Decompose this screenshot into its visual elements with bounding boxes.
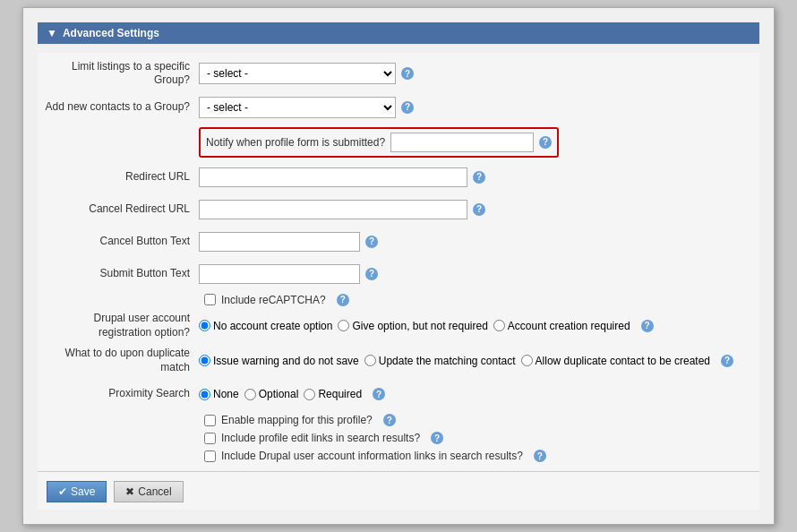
enable-mapping-label: Enable mapping for this profile? [221,414,373,426]
proximity-optional-label: Optional [259,388,299,400]
proximity-none-option[interactable]: None [199,388,239,400]
drupal-no-account-option[interactable]: No account create option [199,320,332,332]
proximity-required-option[interactable]: Required [304,388,362,400]
cancel-button-text-input[interactable] [199,232,360,252]
drupal-required-label: Account creation required [508,320,630,332]
recaptcha-help-icon[interactable]: ? [337,294,349,306]
duplicate-match-help-icon[interactable]: ? [721,355,733,367]
cancel-x-icon: ✖ [125,485,134,498]
drupal-no-account-label: No account create option [213,320,332,332]
form-divider [38,471,759,472]
proximity-required-radio[interactable] [304,389,315,400]
submit-button-text-field: ? [199,264,759,284]
submit-button-text-help-icon[interactable]: ? [365,268,378,280]
duplicate-allow-radio[interactable] [521,355,533,366]
cancel-redirect-url-label: Cancel Redirect URL [38,202,199,217]
redirect-url-row: Redirect URL ? [38,165,759,190]
duplicate-warn-option[interactable]: Issue warning and do not save [199,355,359,367]
duplicate-warn-label: Issue warning and do not save [213,355,359,367]
drupal-account-info-links-checkbox[interactable] [204,450,216,462]
duplicate-allow-option[interactable]: Allow duplicate contact to be created [521,355,710,367]
profile-edit-links-checkbox[interactable] [204,433,216,444]
save-checkmark-icon: ✔ [58,485,67,498]
drupal-required-radio[interactable] [493,320,505,331]
proximity-search-field: None Optional Required ? [199,388,759,400]
submit-button-text-label: Submit Button Text [38,267,199,281]
limit-group-help-icon[interactable]: ? [401,67,414,80]
save-button[interactable]: ✔ Save [47,481,107,502]
submit-button-text-row: Submit Button Text ? [38,262,759,287]
drupal-account-row: Drupal user account registration option?… [38,312,759,339]
drupal-account-info-links-label: Include Drupal user account information … [221,450,523,462]
cancel-label: Cancel [138,485,171,498]
drupal-required-option[interactable]: Account creation required [493,320,630,332]
enable-mapping-help-icon[interactable]: ? [383,414,396,426]
notify-help-icon[interactable]: ? [539,136,552,149]
drupal-account-help-icon[interactable]: ? [641,320,654,332]
cancel-button-text-label: Cancel Button Text [38,235,199,249]
redirect-url-input[interactable] [199,167,467,187]
add-contacts-help-icon[interactable]: ? [401,101,414,114]
cancel-redirect-url-input[interactable] [199,200,467,219]
drupal-account-label: Drupal user account registration option? [38,312,199,339]
proximity-none-label: None [213,388,239,400]
drupal-account-field: No account create option Give option, bu… [199,320,759,332]
cancel-button-text-field: ? [199,232,759,252]
proximity-search-radio-group: None Optional Required ? [199,388,385,400]
proximity-search-label: Proximity Search [38,387,199,401]
drupal-no-account-radio[interactable] [199,320,210,331]
cancel-button-text-help-icon[interactable]: ? [365,236,378,248]
recaptcha-row: Include reCAPTCHA? ? [204,294,759,306]
advanced-settings-panel: ▼ Advanced Settings Limit listings to a … [22,7,775,526]
proximity-optional-radio[interactable] [244,389,256,400]
duplicate-match-radio-group: Issue warning and do not save Update the… [199,355,733,367]
notify-field: Notify when profile form is submitted? ? [199,127,759,158]
proximity-search-help-icon[interactable]: ? [373,388,385,400]
drupal-give-option-label: Give option, but not required [352,320,487,332]
section-title: Advanced Settings [63,27,159,39]
proximity-none-radio[interactable] [199,389,210,400]
duplicate-warn-radio[interactable] [199,355,210,366]
redirect-url-field: ? [199,167,759,187]
limit-group-select[interactable]: - select - [199,63,396,84]
profile-edit-links-label: Include profile edit links in search res… [221,432,420,444]
form-area: Limit listings to a specific Group? - se… [38,53,759,511]
duplicate-match-label: What to do upon duplicate match [38,347,199,374]
section-toggle-icon[interactable]: ▼ [47,27,57,39]
limit-group-row: Limit listings to a specific Group? - se… [38,60,759,88]
duplicate-update-label: Update the matching contact [379,355,516,367]
cancel-button[interactable]: ✖ Cancel [114,481,183,502]
notify-input[interactable] [390,133,534,152]
add-contacts-field: - select - ? [199,97,759,118]
recaptcha-checkbox[interactable] [204,294,216,305]
redirect-url-label: Redirect URL [38,170,199,184]
add-contacts-select[interactable]: - select - [199,97,396,118]
notify-highlighted-box: Notify when profile form is submitted? ? [199,127,559,158]
duplicate-update-radio[interactable] [364,355,376,366]
limit-group-field: - select - ? [199,63,759,84]
drupal-account-info-links-help-icon[interactable]: ? [534,450,546,462]
profile-edit-links-help-icon[interactable]: ? [431,432,443,444]
duplicate-match-row: What to do upon duplicate match Issue wa… [38,347,759,374]
drupal-give-option-radio[interactable] [338,320,349,331]
cancel-redirect-url-help-icon[interactable]: ? [473,203,485,216]
submit-button-text-input[interactable] [199,264,360,284]
proximity-optional-option[interactable]: Optional [244,388,299,400]
drupal-account-radio-group: No account create option Give option, bu… [199,320,654,332]
drupal-account-info-links-row: Include Drupal user account information … [204,450,759,462]
duplicate-update-option[interactable]: Update the matching contact [364,355,516,367]
duplicate-allow-label: Allow duplicate contact to be created [536,355,710,367]
notify-text-label: Notify when profile form is submitted? [206,136,385,149]
enable-mapping-checkbox[interactable] [204,415,216,426]
add-contacts-row: Add new contacts to a Group? - select - … [38,95,759,120]
redirect-url-help-icon[interactable]: ? [473,171,485,184]
limit-group-label: Limit listings to a specific Group? [38,60,199,88]
duplicate-match-field: Issue warning and do not save Update the… [199,355,759,367]
drupal-give-option-option[interactable]: Give option, but not required [338,320,487,332]
recaptcha-label: Include reCAPTCHA? [221,294,326,306]
cancel-redirect-url-field: ? [199,200,759,219]
notify-row: Notify when profile form is submitted? ? [38,127,759,158]
cancel-button-text-row: Cancel Button Text ? [38,229,759,254]
proximity-search-row: Proximity Search None Optional Required [38,382,759,407]
save-label: Save [71,485,95,498]
